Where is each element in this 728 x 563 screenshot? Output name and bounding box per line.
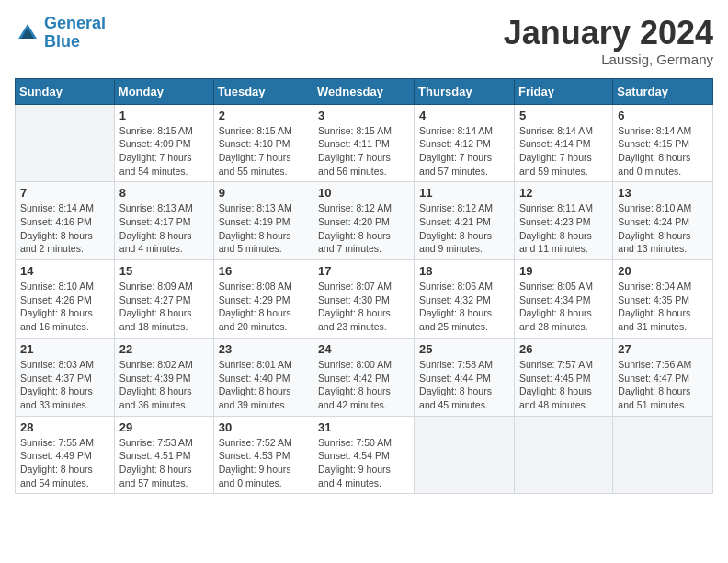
day-number: 2 [219,109,308,122]
day-info: Sunrise: 8:15 AM Sunset: 4:10 PM Dayligh… [219,124,308,178]
week-row-5: 28Sunrise: 7:55 AM Sunset: 4:49 PM Dayli… [16,416,713,494]
day-number: 8 [119,186,209,200]
day-cell: 9Sunrise: 8:13 AM Sunset: 4:19 PM Daylig… [213,182,313,260]
day-cell: 27Sunrise: 7:56 AM Sunset: 4:47 PM Dayli… [613,338,713,416]
week-row-2: 7Sunrise: 8:14 AM Sunset: 4:16 PM Daylig… [16,182,713,260]
day-info: Sunrise: 8:06 AM Sunset: 4:32 PM Dayligh… [419,280,509,334]
day-number: 9 [219,186,308,200]
day-info: Sunrise: 8:07 AM Sunset: 4:30 PM Dayligh… [318,280,409,334]
day-info: Sunrise: 8:15 AM Sunset: 4:11 PM Dayligh… [318,124,409,178]
day-info: Sunrise: 8:12 AM Sunset: 4:20 PM Dayligh… [318,201,409,256]
day-number: 30 [219,420,308,434]
day-cell: 17Sunrise: 8:07 AM Sunset: 4:30 PM Dayli… [313,260,415,339]
day-cell: 26Sunrise: 7:57 AM Sunset: 4:45 PM Dayli… [514,338,612,416]
day-info: Sunrise: 8:01 AM Sunset: 4:40 PM Dayligh… [219,358,308,412]
day-number: 4 [419,109,509,122]
calendar-table: SundayMondayTuesdayWednesdayThursdayFrid… [15,78,713,495]
day-cell: 28Sunrise: 7:55 AM Sunset: 4:49 PM Dayli… [16,416,115,494]
day-info: Sunrise: 8:15 AM Sunset: 4:09 PM Dayligh… [119,124,209,178]
day-cell: 12Sunrise: 8:11 AM Sunset: 4:23 PM Dayli… [514,182,612,260]
day-number: 17 [318,264,409,278]
day-number: 3 [318,109,409,122]
header-friday: Friday [514,78,612,104]
day-number: 6 [618,109,708,122]
logo-line1: General [44,14,106,32]
day-cell: 5Sunrise: 8:14 AM Sunset: 4:14 PM Daylig… [514,104,612,182]
day-cell: 20Sunrise: 8:04 AM Sunset: 4:35 PM Dayli… [613,260,713,339]
day-number: 25 [419,342,509,356]
day-cell [16,104,115,182]
day-number: 26 [519,342,608,356]
day-number: 12 [519,186,608,200]
day-info: Sunrise: 8:12 AM Sunset: 4:21 PM Dayligh… [419,201,509,256]
day-number: 24 [318,342,409,356]
day-number: 29 [119,420,209,434]
day-info: Sunrise: 8:04 AM Sunset: 4:35 PM Dayligh… [618,280,708,334]
logo-line2: Blue [44,32,80,51]
day-info: Sunrise: 8:08 AM Sunset: 4:29 PM Dayligh… [219,280,308,334]
header-saturday: Saturday [613,78,713,104]
day-info: Sunrise: 7:53 AM Sunset: 4:51 PM Dayligh… [119,436,209,490]
day-cell: 2Sunrise: 8:15 AM Sunset: 4:10 PM Daylig… [213,104,313,182]
day-cell: 18Sunrise: 8:06 AM Sunset: 4:32 PM Dayli… [415,260,515,339]
day-number: 21 [20,342,109,356]
day-cell [415,416,515,494]
day-number: 5 [519,109,608,122]
day-cell: 23Sunrise: 8:01 AM Sunset: 4:40 PM Dayli… [213,338,313,416]
day-number: 7 [20,186,109,200]
day-info: Sunrise: 8:10 AM Sunset: 4:24 PM Dayligh… [618,201,708,256]
header-wednesday: Wednesday [313,78,415,104]
day-cell: 31Sunrise: 7:50 AM Sunset: 4:54 PM Dayli… [313,416,415,494]
day-number: 10 [318,186,409,200]
day-cell: 13Sunrise: 8:10 AM Sunset: 4:24 PM Dayli… [613,182,713,260]
day-cell: 21Sunrise: 8:03 AM Sunset: 4:37 PM Dayli… [16,338,115,416]
title-block: January 2024 Laussig, Germany [504,15,713,67]
day-cell: 14Sunrise: 8:10 AM Sunset: 4:26 PM Dayli… [16,260,115,339]
day-number: 14 [20,264,109,278]
page-header: General Blue January 2024 Laussig, Germa… [15,15,713,67]
header-sunday: Sunday [16,78,115,104]
day-info: Sunrise: 8:05 AM Sunset: 4:34 PM Dayligh… [519,280,608,334]
day-number: 18 [419,264,509,278]
day-cell [514,416,612,494]
day-number: 16 [219,264,308,278]
header-tuesday: Tuesday [213,78,313,104]
day-info: Sunrise: 8:13 AM Sunset: 4:17 PM Dayligh… [119,201,209,256]
header-thursday: Thursday [415,78,515,104]
day-cell: 24Sunrise: 8:00 AM Sunset: 4:42 PM Dayli… [313,338,415,416]
day-cell: 15Sunrise: 8:09 AM Sunset: 4:27 PM Dayli… [114,260,213,339]
day-number: 20 [618,264,708,278]
day-number: 15 [119,264,209,278]
day-info: Sunrise: 8:14 AM Sunset: 4:15 PM Dayligh… [618,124,708,178]
day-cell [613,416,713,494]
day-number: 19 [519,264,608,278]
day-info: Sunrise: 8:14 AM Sunset: 4:16 PM Dayligh… [20,201,109,256]
day-number: 1 [119,109,209,122]
day-cell: 29Sunrise: 7:53 AM Sunset: 4:51 PM Dayli… [114,416,213,494]
week-row-1: 1Sunrise: 8:15 AM Sunset: 4:09 PM Daylig… [16,104,713,182]
day-info: Sunrise: 7:58 AM Sunset: 4:44 PM Dayligh… [419,358,509,412]
week-row-4: 21Sunrise: 8:03 AM Sunset: 4:37 PM Dayli… [16,338,713,416]
calendar-header-row: SundayMondayTuesdayWednesdayThursdayFrid… [16,78,713,104]
header-monday: Monday [114,78,213,104]
day-cell: 1Sunrise: 8:15 AM Sunset: 4:09 PM Daylig… [114,104,213,182]
day-number: 23 [219,342,308,356]
day-info: Sunrise: 8:10 AM Sunset: 4:26 PM Dayligh… [20,280,109,334]
day-info: Sunrise: 8:13 AM Sunset: 4:19 PM Dayligh… [219,201,308,256]
day-info: Sunrise: 8:02 AM Sunset: 4:39 PM Dayligh… [119,358,209,412]
day-info: Sunrise: 7:52 AM Sunset: 4:53 PM Dayligh… [219,436,308,490]
day-cell: 8Sunrise: 8:13 AM Sunset: 4:17 PM Daylig… [114,182,213,260]
day-number: 22 [119,342,209,356]
day-info: Sunrise: 8:11 AM Sunset: 4:23 PM Dayligh… [519,201,608,256]
day-cell: 11Sunrise: 8:12 AM Sunset: 4:21 PM Dayli… [415,182,515,260]
day-number: 11 [419,186,509,200]
day-number: 31 [318,420,409,434]
day-cell: 10Sunrise: 8:12 AM Sunset: 4:20 PM Dayli… [313,182,415,260]
day-number: 28 [20,420,109,434]
day-number: 27 [618,342,708,356]
day-info: Sunrise: 8:14 AM Sunset: 4:12 PM Dayligh… [419,124,509,178]
week-row-3: 14Sunrise: 8:10 AM Sunset: 4:26 PM Dayli… [16,260,713,339]
day-info: Sunrise: 7:56 AM Sunset: 4:47 PM Dayligh… [618,358,708,412]
day-cell: 22Sunrise: 8:02 AM Sunset: 4:39 PM Dayli… [114,338,213,416]
day-info: Sunrise: 7:57 AM Sunset: 4:45 PM Dayligh… [519,358,608,412]
